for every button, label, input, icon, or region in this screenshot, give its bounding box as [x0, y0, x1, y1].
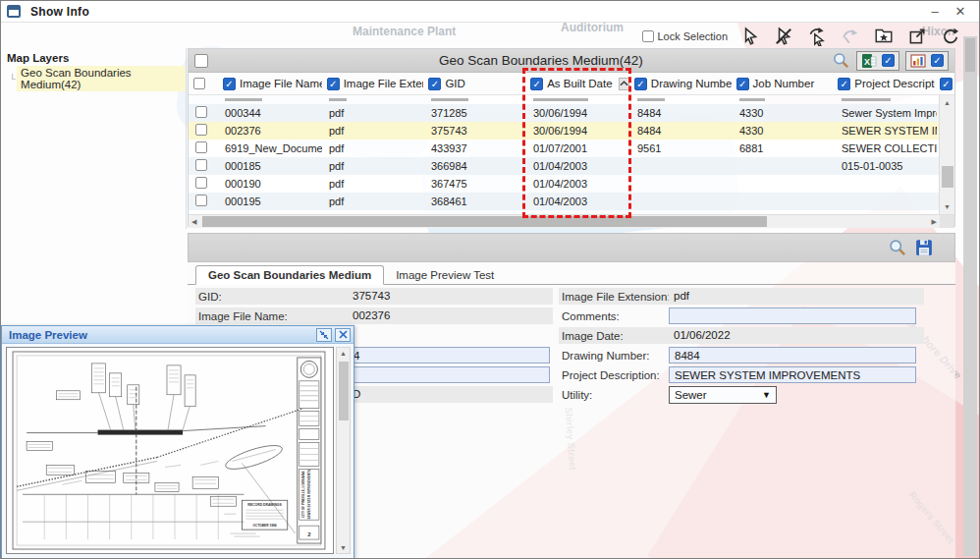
tab-image-preview-test[interactable]: Image Preview Test — [384, 266, 506, 284]
scroll-left-icon[interactable]: ◀ — [191, 218, 196, 226]
scroll-down-icon[interactable]: ▼ — [944, 203, 951, 210]
drawing-number-input[interactable]: 8484 — [669, 347, 916, 363]
column-checkbox[interactable] — [428, 78, 441, 90]
window-title-bar: Show Info – ✕ — [1, 1, 979, 23]
restore-window-button[interactable] — [316, 328, 332, 342]
image-file-extension-value: pdf — [669, 288, 916, 305]
layer-item-label[interactable]: Geo Scan Boundaries Medium(42) — [17, 66, 186, 91]
hidden-field-input[interactable]: 4 — [348, 347, 550, 363]
tab-geo-scan-boundaries-medium[interactable]: Geo Scan Boundaries Medium — [195, 265, 384, 285]
checkbox-unchecked-icon[interactable] — [642, 30, 654, 42]
scroll-up-icon[interactable]: ▲ — [944, 99, 951, 106]
scroll-thumb[interactable] — [202, 216, 767, 227]
row-checkbox[interactable] — [195, 177, 207, 189]
row-checkbox[interactable] — [195, 159, 207, 171]
column-header-partial[interactable]: C — [935, 78, 954, 90]
column-checkbox[interactable] — [736, 78, 749, 90]
preview-title-bar[interactable]: Image Preview — [2, 326, 354, 344]
utility-select[interactable]: Sewer ▼ — [669, 386, 777, 404]
lock-selection-checkbox[interactable]: Lock Selection — [642, 30, 728, 42]
map-label: Maintenance Plant — [353, 25, 456, 38]
row-checkbox[interactable] — [195, 124, 207, 136]
excel-export-checkbox[interactable] — [882, 54, 895, 67]
grid-title: Geo Scan Boundaries Medium(42) — [439, 53, 643, 68]
search-icon[interactable] — [832, 51, 850, 70]
selection-toolbar: Lock Selection — [642, 25, 961, 48]
grid-rows-area: 000344 pdf 371285 30/06/1994 8484 4330 S… — [189, 95, 954, 214]
select-features-button[interactable] — [739, 26, 761, 47]
column-header-image-file-name[interactable]: Image File Name — [218, 78, 322, 90]
excel-export-icon[interactable]: X — [861, 53, 877, 69]
row-checkbox[interactable] — [195, 106, 207, 118]
saved-selections-button[interactable] — [873, 26, 895, 47]
table-row[interactable]: 000190 pdf 367475 01/04/2003 — [189, 175, 941, 193]
column-checkbox[interactable] — [530, 78, 543, 90]
hidden-field-input[interactable] — [348, 366, 550, 383]
column-checkbox[interactable] — [838, 78, 850, 90]
redo-arrow-disabled-icon — [841, 27, 860, 46]
project-description-input[interactable]: SEWER SYSTEM IMPROVEMENTS — [669, 366, 916, 383]
grid-vertical-scrollbar[interactable]: ▲ ▼ — [939, 95, 954, 214]
column-header-as-built-date[interactable]: As Built Date — [525, 78, 629, 90]
preview-scrollbar[interactable]: ▲ ▼ — [336, 347, 351, 554]
header-checkbox[interactable] — [193, 78, 205, 89]
table-row-selected[interactable]: 002376 pdf 375743 30/06/1994 8484 4330 S… — [189, 122, 941, 140]
column-header-drawing-number[interactable]: Drawing Number — [629, 78, 732, 90]
scroll-down-icon[interactable]: ▼ — [337, 544, 350, 551]
field-image-file-extension: Image File Extension: pdf — [559, 288, 924, 305]
restore-arrows-icon — [319, 330, 329, 340]
select-all-checkbox[interactable] — [194, 54, 208, 68]
scroll-up-icon[interactable]: ▲ — [337, 350, 350, 357]
field-gid: GID: 375743 — [195, 288, 553, 305]
scroll-thumb[interactable] — [942, 166, 953, 188]
close-preview-button[interactable] — [335, 328, 351, 342]
folder-star-icon — [874, 27, 894, 46]
export-window-icon — [907, 27, 927, 46]
table-row[interactable]: 000195 pdf 368461 01/04/2003 — [189, 193, 941, 210]
grid-horizontal-scrollbar[interactable]: ◀ ▶ — [189, 214, 954, 228]
hidden-field-value: D — [348, 386, 550, 403]
column-checkbox[interactable] — [223, 78, 236, 90]
table-row[interactable]: 000344 pdf 371285 30/06/1994 8484 4330 S… — [189, 104, 941, 122]
preview-canvas: CITY OF PINEVILLE, LOUISIANA SEWER SYSTE… — [6, 347, 334, 554]
gid-value: 375743 — [348, 288, 550, 305]
scanned-drawing: CITY OF PINEVILLE, LOUISIANA SEWER SYSTE… — [7, 348, 333, 553]
report-export-checkbox[interactable] — [931, 54, 944, 67]
field-image-file-name: Image File Name: 002376 — [195, 307, 553, 324]
column-header-image-file-extension[interactable]: Image File Exten... — [322, 78, 424, 90]
close-button[interactable]: ✕ — [950, 3, 971, 21]
column-checkbox[interactable] — [940, 78, 953, 90]
field-drawing-number: Drawing Number: 8484 — [559, 347, 924, 363]
scroll-thumb[interactable] — [339, 362, 349, 420]
field-comments: Comments: — [559, 307, 924, 324]
preview-title: Image Preview — [9, 329, 87, 341]
table-row[interactable]: 000185 pdf 366984 01/04/2003 015-01-0035 — [189, 157, 941, 175]
row-checkbox[interactable] — [195, 195, 207, 206]
chevron-down-icon: ▼ — [762, 390, 771, 400]
cursor-slash-icon — [774, 27, 793, 46]
column-header-gid[interactable]: GID — [423, 78, 525, 90]
save-icon[interactable] — [915, 239, 933, 256]
row-checkbox[interactable] — [195, 141, 207, 153]
search-icon[interactable] — [888, 238, 907, 257]
column-header-project-description[interactable]: Project Descripti... — [833, 78, 935, 90]
show-info-window: Maintenance Plant Auditorium Hixon Lakes… — [0, 0, 980, 559]
comments-input[interactable] — [669, 307, 916, 324]
clear-selection-button[interactable] — [773, 26, 794, 47]
open-external-button[interactable] — [906, 26, 928, 47]
close-icon — [339, 330, 348, 339]
sort-ascending-icon[interactable] — [619, 78, 629, 90]
previous-selection-button[interactable] — [840, 26, 861, 47]
layer-tree-item[interactable]: └ Geo Scan Boundaries Medium(42) — [9, 66, 186, 91]
window-scrollbar[interactable] — [963, 36, 977, 556]
reselect-button[interactable] — [806, 26, 828, 47]
minimize-button[interactable]: – — [924, 3, 946, 21]
scroll-right-icon[interactable]: ▶ — [932, 218, 937, 226]
column-checkbox[interactable] — [327, 78, 340, 90]
column-checkbox[interactable] — [634, 78, 647, 90]
table-row[interactable]: 6919_New_Documen... pdf 433937 01/07/200… — [189, 140, 941, 157]
column-header-job-number[interactable]: Job Number — [732, 78, 834, 90]
refresh-button[interactable] — [940, 26, 961, 47]
report-chart-icon[interactable] — [910, 53, 926, 69]
scroll-thumb[interactable] — [965, 38, 975, 72]
